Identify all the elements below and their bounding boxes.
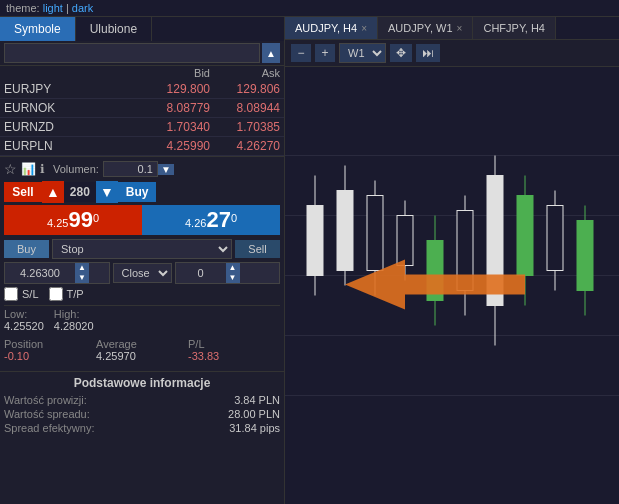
chart-tab-chfjpy-h4[interactable]: CHFJPY, H4: [473, 17, 556, 39]
info-icon[interactable]: ℹ: [40, 162, 45, 176]
prowizji-value: 3.84 PLN: [234, 394, 280, 406]
sell-price-prefix: 4.25: [47, 217, 68, 229]
position-row: Position -0.10 Average 4.25970 P/L -33.8…: [4, 336, 280, 364]
price-stepper-buttons: ▲ ▼: [75, 263, 89, 283]
low-stat: Low: 4.25520: [4, 308, 44, 332]
prowizji-row: Wartość prowizji: 3.84 PLN: [4, 394, 280, 406]
volumen-label: Volumen:: [53, 163, 99, 175]
symbol-row[interactable]: EURNOK 8.08779 8.08944: [0, 99, 284, 118]
symbol-ask: 4.26270: [210, 139, 280, 153]
symbol-bid: 8.08779: [140, 101, 210, 115]
symbol-bid: 129.800: [140, 82, 210, 96]
theme-dark[interactable]: dark: [63, 2, 93, 14]
low-label: Low:: [4, 308, 44, 320]
zero-stepper-buttons: ▲ ▼: [226, 263, 240, 283]
zero-stepper: ▲ ▼: [175, 262, 281, 284]
chart-area: [285, 67, 619, 504]
price-input-row: ▲ ▼ Close Open ▲ ▼: [4, 262, 280, 284]
chart-tabs: AUDJPY, H4 × AUDJPY, W1 × CHFJPY, H4: [285, 17, 619, 40]
symbol-bid: 4.25990: [140, 139, 210, 153]
sell-order-button[interactable]: Sell: [235, 240, 280, 258]
up-arrow-icon: ▲: [42, 181, 64, 203]
sell-price-button[interactable]: 4.25990: [4, 205, 142, 235]
price-row: 4.25990 4.26270: [4, 205, 280, 235]
tab-symbole[interactable]: Symbole: [0, 17, 76, 41]
crosshair-button[interactable]: ✥: [390, 44, 412, 62]
stop-select[interactable]: Stop Limit Market: [52, 239, 232, 259]
symbol-name: EURPLN: [4, 139, 140, 153]
buy-label: Buy: [118, 182, 157, 202]
main-layout: Symbole Ulubione ▲ Bid Ask EURJPY 129.80…: [0, 17, 619, 504]
tab-ulubione[interactable]: Ulubione: [76, 17, 152, 41]
sl-checkbox[interactable]: [4, 287, 18, 301]
spread-efektywny-value: 31.84 pips: [229, 422, 280, 434]
sell-price-super: 0: [93, 212, 99, 224]
chart-tab-audjpy-w1[interactable]: AUDJPY, W1 ×: [378, 17, 473, 39]
prowizji-label: Wartość prowizji:: [4, 394, 87, 406]
symbol-row[interactable]: EURPLN 4.25990 4.26270: [0, 137, 284, 156]
pl-col: P/L -33.83: [188, 338, 280, 362]
symbol-ask: 1.70385: [210, 120, 280, 134]
star-icon[interactable]: ☆: [4, 161, 17, 177]
spread-efektywny-label: Spread efektywny:: [4, 422, 95, 434]
sell-price-main: 99: [68, 207, 92, 232]
symbol-ask: 129.806: [210, 82, 280, 96]
zero-input[interactable]: [176, 265, 226, 281]
pl-label: P/L: [188, 338, 280, 350]
buy-order-button[interactable]: Buy: [4, 240, 49, 258]
price-input[interactable]: [5, 265, 75, 281]
symbol-name: EURNZD: [4, 120, 140, 134]
buy-price-main: 27: [206, 207, 230, 232]
timeframe-select[interactable]: W1 H4 H1 D1: [339, 43, 386, 63]
buy-price-button[interactable]: 4.26270: [142, 205, 280, 235]
close-select[interactable]: Close Open: [113, 263, 172, 283]
buy-sell-row: Sell ▲ 280 ▼ Buy: [4, 181, 280, 203]
chart-icon[interactable]: 📊: [21, 162, 36, 176]
buy-price-super: 0: [231, 212, 237, 224]
spreadu-value: 28.00 PLN: [228, 408, 280, 420]
position-value: -0.10: [4, 350, 96, 362]
zoom-in-button[interactable]: +: [315, 44, 335, 62]
search-input[interactable]: [4, 43, 260, 63]
price-step-down[interactable]: ▼: [75, 273, 89, 283]
col-ask: Ask: [210, 67, 280, 79]
symbol-row[interactable]: EURNZD 1.70340 1.70385: [0, 118, 284, 137]
symbol-row[interactable]: EURJPY 129.800 129.806: [0, 80, 284, 99]
volumen-dropdown[interactable]: ▼: [158, 164, 174, 175]
buy-price-prefix: 4.26: [185, 217, 206, 229]
symbol-list: EURJPY 129.800 129.806 EURNOK 8.08779 8.…: [0, 80, 284, 156]
close-tab-icon[interactable]: ×: [457, 23, 463, 34]
zero-step-down[interactable]: ▼: [226, 273, 240, 283]
chart-tab-label: AUDJPY, H4: [295, 22, 357, 34]
close-tab-icon[interactable]: ×: [361, 23, 367, 34]
high-label: High:: [54, 308, 94, 320]
pl-value: -33.83: [188, 350, 280, 362]
right-panel: AUDJPY, H4 × AUDJPY, W1 × CHFJPY, H4 − +…: [285, 17, 619, 504]
chart-tab-audjpy-h4[interactable]: AUDJPY, H4 ×: [285, 17, 378, 39]
spreadu-row: Wartość spreadu: 28.00 PLN: [4, 408, 280, 420]
sort-up-button[interactable]: ▲: [262, 43, 280, 63]
stats-row: Low: 4.25520 High: 4.28020: [4, 305, 280, 334]
price-stepper: ▲ ▼: [4, 262, 110, 284]
down-arrow-icon: ▼: [96, 181, 118, 203]
tp-item: T/P: [49, 287, 84, 301]
svg-rect-25: [577, 221, 593, 291]
symbol-header: ▲: [0, 41, 284, 66]
orange-arrow-indicator: [345, 249, 525, 322]
price-step-up[interactable]: ▲: [75, 263, 89, 273]
sl-item: S/L: [4, 287, 39, 301]
sl-tp-row: S/L T/P: [4, 287, 280, 301]
symbol-ask: 8.08944: [210, 101, 280, 115]
zero-step-up[interactable]: ▲: [226, 263, 240, 273]
info-section: Podstawowe informacje Wartość prowizji: …: [0, 371, 284, 440]
column-headers: Bid Ask: [0, 66, 284, 80]
tp-checkbox[interactable]: [49, 287, 63, 301]
zoom-out-button[interactable]: −: [291, 44, 311, 62]
left-panel: Symbole Ulubione ▲ Bid Ask EURJPY 129.80…: [0, 17, 285, 504]
theme-light[interactable]: light: [43, 2, 63, 14]
tp-label: T/P: [67, 288, 84, 300]
spreadu-label: Wartość spreadu:: [4, 408, 90, 420]
low-value: 4.25520: [4, 320, 44, 332]
skip-to-end-button[interactable]: ⏭: [416, 44, 440, 62]
volumen-input[interactable]: [103, 161, 158, 177]
